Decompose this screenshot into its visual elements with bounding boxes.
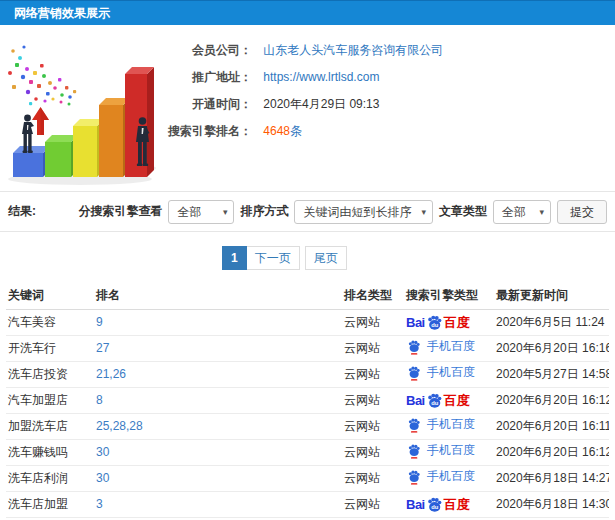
chevron-down-icon: ▾ <box>223 201 228 223</box>
submit-button[interactable]: 提交 <box>557 200 607 224</box>
baidu-bai-text: Bai <box>406 316 425 329</box>
bars <box>13 67 154 177</box>
table-row: 洗车店利润 30 云网站 手机百度 2020年6月18日 14:27 <box>6 465 609 491</box>
update-time-cell: 2020年6月18日 14:30 <box>494 491 609 517</box>
baidu-du-text: du <box>431 503 439 509</box>
table-row: 洗车店投资 21,26 云网站 手机百度 2020年5月27日 14:58 <box>6 361 609 387</box>
page-title: 网络营销效果展示 <box>14 6 110 20</box>
rank-link[interactable]: 21,26 <box>96 367 126 381</box>
bar-chart-illustration <box>0 29 168 189</box>
baidu-logo: Bai du 百度 <box>406 392 470 409</box>
mobile-baidu-icon <box>407 469 421 485</box>
rank-link[interactable]: 3 <box>96 497 103 511</box>
update-time-cell: 2020年6月20日 16:12 <box>494 439 609 465</box>
baidu-logo: Bai du 百度 <box>406 496 470 513</box>
mobile-baidu-text: 手机百度 <box>427 442 475 459</box>
keyword-cell: 洗车店加盟 <box>6 491 94 517</box>
confetti-dots <box>8 45 76 105</box>
rank-type-cell: 云网站 <box>342 491 404 517</box>
header-update-time: 最新更新时间 <box>494 282 609 309</box>
table-body: 汽车美容 9 云网站 Bai du 百度 2020年6月5日 11:24 开洗车… <box>6 309 609 517</box>
rank-type-cell: 云网站 <box>342 387 404 413</box>
open-time-value: 2020年4月29日 09:13 <box>263 97 379 111</box>
baidu-logo: Bai du 百度 <box>406 314 470 331</box>
update-time-cell: 2020年5月27日 14:58 <box>494 361 609 387</box>
engine-rank-unit: 条 <box>290 124 302 138</box>
mobile-baidu-badge: 手机百度 <box>406 442 475 459</box>
mobile-baidu-text: 手机百度 <box>427 364 475 381</box>
next-page-button[interactable]: 下一页 <box>247 246 300 270</box>
table-row: 洗车店加盟 3 云网站 Bai du 百度 2020年6月18日 14:30 <box>6 491 609 517</box>
header-engine-type: 搜索引擎类型 <box>404 282 494 309</box>
keyword-rank-table: 关键词 排名 排名类型 搜索引擎类型 最新更新时间 汽车美容 9 云网站 Bai… <box>6 282 609 518</box>
mobile-baidu-icon <box>407 443 421 459</box>
filter-bar: 结果: 分搜索引擎查看 全部 ▾ 排序方式 关键词由短到长排序 ▾ 文章类型 全… <box>0 191 615 232</box>
rank-type-cell: 云网站 <box>342 439 404 465</box>
rank-link[interactable]: 30 <box>96 445 109 459</box>
promo-url-link[interactable]: https://www.lrtlsd.com <box>263 70 379 84</box>
mobile-baidu-icon <box>407 365 421 381</box>
rank-type-cell: 云网站 <box>342 335 404 361</box>
engine-rank-row: 搜索引擎排名： 4648条 <box>160 118 615 145</box>
engine-filter-label: 分搜索引擎查看 <box>78 203 162 220</box>
keyword-cell: 开洗车行 <box>6 335 94 361</box>
filter-controls: 分搜索引擎查看 全部 ▾ 排序方式 关键词由短到长排序 ▾ 文章类型 全部 ▾ … <box>78 200 607 224</box>
update-time-cell: 2020年6月5日 11:24 <box>494 309 609 335</box>
last-page-button[interactable]: 尾页 <box>305 246 347 270</box>
company-row: 会员公司： 山东老人头汽车服务咨询有限公司 <box>160 37 615 64</box>
update-time-cell: 2020年6月20日 16:16 <box>494 335 609 361</box>
company-label: 会员公司： <box>160 37 252 64</box>
mobile-baidu-text: 手机百度 <box>427 338 475 355</box>
update-time-cell: 2020年6月18日 14:27 <box>494 465 609 491</box>
rank-type-cell: 云网站 <box>342 465 404 491</box>
engine-filter-select[interactable]: 全部 ▾ <box>168 200 234 224</box>
rank-type-cell: 云网站 <box>342 413 404 439</box>
sort-select[interactable]: 关键词由短到长排序 ▾ <box>294 200 433 224</box>
mobile-baidu-icon <box>407 339 421 355</box>
header-keyword: 关键词 <box>6 282 94 309</box>
member-info-section: 会员公司： 山东老人头汽车服务咨询有限公司 推广地址： https://www.… <box>0 25 615 191</box>
header-rank: 排名 <box>94 282 342 309</box>
keyword-cell: 汽车美容 <box>6 309 94 335</box>
rank-link[interactable]: 30 <box>96 471 109 485</box>
update-time-cell: 2020年6月20日 16:12 <box>494 387 609 413</box>
baidu-paw-icon: du <box>426 314 443 331</box>
baidu-bai-text: Bai <box>406 498 425 511</box>
keyword-cell: 汽车加盟店 <box>6 387 94 413</box>
article-type-value: 全部 <box>502 201 526 223</box>
rank-link[interactable]: 27 <box>96 341 109 355</box>
mobile-baidu-badge: 手机百度 <box>406 416 475 433</box>
table-row: 开洗车行 27 云网站 手机百度 2020年6月20日 16:16 <box>6 335 609 361</box>
company-name-link[interactable]: 山东老人头汽车服务咨询有限公司 <box>263 43 443 57</box>
rank-link[interactable]: 8 <box>96 393 103 407</box>
engine-rank-label: 搜索引擎排名： <box>160 118 252 145</box>
result-label: 结果: <box>8 203 36 220</box>
update-time-cell: 2020年6月20日 16:11 <box>494 413 609 439</box>
chevron-down-icon: ▾ <box>539 201 544 223</box>
page-header: 网络营销效果展示 <box>0 0 615 25</box>
mobile-baidu-text: 手机百度 <box>427 468 475 485</box>
mobile-baidu-icon <box>407 417 421 433</box>
keyword-cell: 洗车赚钱吗 <box>6 439 94 465</box>
rank-type-cell: 云网站 <box>342 361 404 387</box>
member-info-list: 会员公司： 山东老人头汽车服务咨询有限公司 推广地址： https://www.… <box>160 25 615 145</box>
baidu-paw-icon: du <box>426 496 443 513</box>
baidu-paw-icon: du <box>426 392 443 409</box>
rank-link[interactable]: 9 <box>96 315 103 329</box>
mobile-baidu-badge: 手机百度 <box>406 364 475 381</box>
mobile-baidu-badge: 手机百度 <box>406 338 475 355</box>
table-header-row: 关键词 排名 排名类型 搜索引擎类型 最新更新时间 <box>6 282 609 309</box>
baidu-cn-text: 百度 <box>444 316 470 329</box>
page-1-button[interactable]: 1 <box>222 246 247 270</box>
sort-label: 排序方式 <box>240 203 288 220</box>
chevron-down-icon: ▾ <box>421 201 426 223</box>
table-row: 汽车加盟店 8 云网站 Bai du 百度 2020年6月20日 16:12 <box>6 387 609 413</box>
baidu-bai-text: Bai <box>406 394 425 407</box>
article-type-select[interactable]: 全部 ▾ <box>493 200 551 224</box>
open-time-label: 开通时间： <box>160 91 252 118</box>
baidu-du-text: du <box>431 399 439 405</box>
keyword-cell: 洗车店利润 <box>6 465 94 491</box>
keyword-cell: 加盟洗车店 <box>6 413 94 439</box>
open-time-row: 开通时间： 2020年4月29日 09:13 <box>160 91 615 118</box>
rank-link[interactable]: 25,28,28 <box>96 419 143 433</box>
